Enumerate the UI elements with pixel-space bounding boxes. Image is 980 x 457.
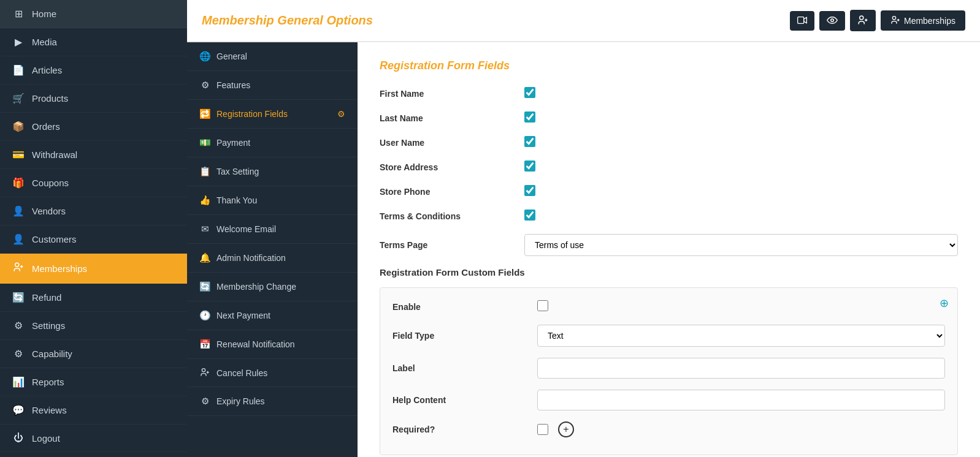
reviews-icon: 💬 xyxy=(12,404,25,416)
memberships-btn-icon xyxy=(890,15,900,26)
subnav-item-tax-setting[interactable]: 📋 Tax Setting xyxy=(187,157,358,186)
sidebar: ⊞ Home ▶ Media 📄 Articles 🛒 Products 📦 O… xyxy=(0,0,187,457)
store-phone-label: Store Phone xyxy=(380,187,515,197)
sidebar-item-label: Reports xyxy=(32,377,64,387)
reports-icon: 📊 xyxy=(12,376,25,388)
required-control: + xyxy=(537,421,945,437)
sidebar-item-label: Memberships xyxy=(32,263,87,274)
required-label: Required? xyxy=(392,425,527,434)
sidebar-item-reports[interactable]: 📊 Reports xyxy=(0,368,187,396)
field-type-select[interactable]: Text Textarea Checkbox Select xyxy=(537,325,945,347)
sidebar-item-label: Articles xyxy=(32,65,62,75)
help-content-control xyxy=(537,390,945,410)
coupons-icon: 🎁 xyxy=(12,177,25,189)
svg-point-12 xyxy=(202,369,205,372)
eye-button[interactable] xyxy=(819,11,845,31)
registration-icon: 🔁 xyxy=(199,108,210,119)
sidebar-item-coupons[interactable]: 🎁 Coupons xyxy=(0,169,187,197)
subnav-item-payment[interactable]: 💵 Payment xyxy=(187,129,358,157)
sidebar-item-orders[interactable]: 📦 Orders xyxy=(0,113,187,141)
sidebar-item-logout[interactable]: ⏻ Logout xyxy=(0,425,187,452)
first-name-checkbox[interactable] xyxy=(524,87,535,98)
subnav-item-label: Thank You xyxy=(216,195,257,205)
capability-icon: ⚙ xyxy=(12,348,25,360)
subnav-item-label: General xyxy=(216,51,247,61)
sidebar-item-label: Media xyxy=(32,37,57,47)
field-type-control: Text Textarea Checkbox Select xyxy=(537,325,945,347)
topbar-actions: Memberships xyxy=(790,10,965,31)
add-custom-field-button[interactable]: + xyxy=(558,421,574,437)
articles-icon: 📄 xyxy=(12,64,25,76)
custom-field-label-row: Label xyxy=(392,358,945,379)
last-name-checkbox[interactable] xyxy=(524,111,535,123)
subnav-item-welcome-email[interactable]: ✉ Welcome Email xyxy=(187,215,358,244)
sidebar-item-media[interactable]: ▶ Media xyxy=(0,28,187,56)
store-phone-checkbox[interactable] xyxy=(524,185,535,196)
form-section-title: Registration Form Fields xyxy=(380,59,958,72)
registration-settings-icon: ⚙ xyxy=(337,109,345,119)
subnav-item-next-payment[interactable]: 🕐 Next Payment xyxy=(187,301,358,330)
subnav-item-expiry-rules[interactable]: ⚙ Expiry Rules xyxy=(187,387,358,416)
content-area: 🌐 General ⚙ Features 🔁 Registration Fiel… xyxy=(187,42,980,457)
globe-icon: 🌐 xyxy=(199,51,210,62)
subnav-item-admin-notification[interactable]: 🔔 Admin Notification xyxy=(187,244,358,273)
subnav-item-label: Registration Fields xyxy=(216,109,288,119)
enable-control xyxy=(537,300,945,314)
sidebar-item-settings[interactable]: ⚙ Settings xyxy=(0,312,187,340)
subnav-item-label: Admin Notification xyxy=(216,253,286,263)
subnav-item-registration-fields[interactable]: 🔁 Registration Fields ⚙ xyxy=(187,100,358,129)
sidebar-item-reviews[interactable]: 💬 Reviews xyxy=(0,396,187,425)
expiry-icon: ⚙ xyxy=(199,396,210,407)
sidebar-item-customers[interactable]: 👤 Customers xyxy=(0,225,187,254)
subnav-item-general[interactable]: 🌐 General xyxy=(187,42,358,71)
sidebar-item-label: Settings xyxy=(32,320,65,331)
first-name-label: First Name xyxy=(380,89,515,99)
sidebar-item-label: Reviews xyxy=(32,405,67,415)
enable-checkbox[interactable] xyxy=(537,300,548,311)
svg-point-5 xyxy=(831,18,834,21)
sidebar-item-home[interactable]: ⊞ Home xyxy=(0,0,187,28)
main-area: Membership General Options xyxy=(187,0,980,457)
sidebar-item-articles[interactable]: 📄 Articles xyxy=(0,56,187,85)
subnav-item-label: Cancel Rules xyxy=(216,368,267,378)
field-first-name: First Name xyxy=(380,87,958,100)
svg-marker-4 xyxy=(804,17,807,23)
terms-page-select[interactable]: Terms of use Privacy Policy None xyxy=(524,234,958,256)
svg-point-9 xyxy=(892,17,895,20)
sidebar-item-refund[interactable]: 🔄 Refund xyxy=(0,284,187,312)
add-user-button[interactable] xyxy=(850,10,876,31)
last-name-label: Last Name xyxy=(380,113,515,123)
terms-conditions-checkbox[interactable] xyxy=(524,210,535,221)
sidebar-item-vendors[interactable]: 👤 Vendors xyxy=(0,197,187,225)
orders-icon: 📦 xyxy=(12,121,25,132)
logout-icon: ⏻ xyxy=(12,432,25,444)
user-name-checkbox[interactable] xyxy=(524,136,535,147)
memberships-btn-label: Memberships xyxy=(904,16,955,26)
help-content-input[interactable] xyxy=(537,390,945,410)
sidebar-item-withdrawal[interactable]: 💳 Withdrawal xyxy=(0,141,187,169)
sidebar-item-capability[interactable]: ⚙ Capability xyxy=(0,340,187,368)
custom-field-required: Required? + xyxy=(392,421,945,437)
subnav-item-thank-you[interactable]: 👍 Thank You xyxy=(187,186,358,215)
page-title: Membership General Options xyxy=(202,13,373,28)
label-input[interactable] xyxy=(537,358,945,379)
sidebar-item-label: Customers xyxy=(32,234,77,244)
sidebar-item-products[interactable]: 🛒 Products xyxy=(0,85,187,113)
store-address-checkbox[interactable] xyxy=(524,161,535,172)
sidebar-item-memberships[interactable]: Memberships xyxy=(0,254,187,284)
change-icon: 🔄 xyxy=(199,281,210,292)
subnav-item-cancel-rules[interactable]: Cancel Rules xyxy=(187,359,358,387)
sidebar-item-label: Withdrawal xyxy=(32,149,77,160)
required-checkbox[interactable] xyxy=(537,424,548,435)
gear-icon: ⚙ xyxy=(199,80,210,91)
clock-icon: 🕐 xyxy=(199,310,210,321)
video-button[interactable] xyxy=(790,11,814,31)
store-address-control xyxy=(524,161,958,174)
subnav-item-label: Features xyxy=(216,80,250,90)
help-content-label: Help Content xyxy=(392,395,527,405)
subnav-item-features[interactable]: ⚙ Features xyxy=(187,71,358,100)
memberships-icon xyxy=(12,262,25,275)
memberships-button[interactable]: Memberships xyxy=(881,10,965,31)
subnav-item-renewal-notification[interactable]: 📅 Renewal Notification xyxy=(187,330,358,359)
subnav-item-membership-change[interactable]: 🔄 Membership Change xyxy=(187,273,358,301)
